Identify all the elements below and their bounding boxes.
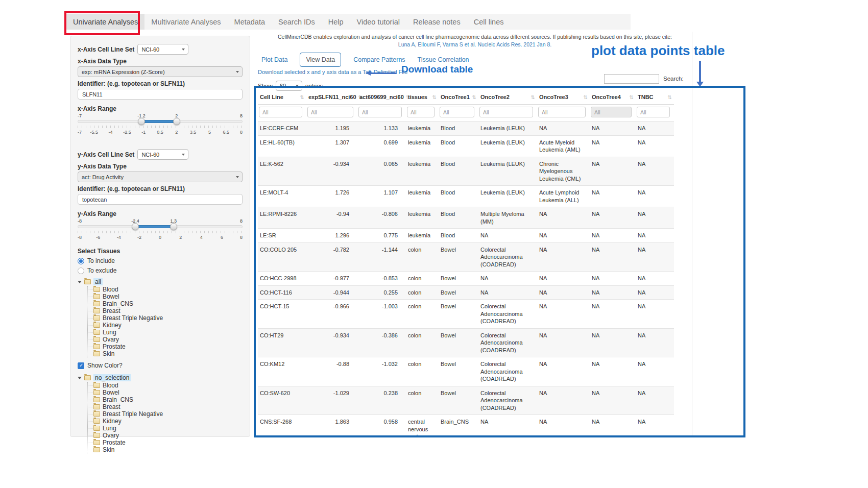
folder-icon (93, 294, 100, 299)
folder-icon (93, 440, 100, 445)
filter-input-cell-line[interactable] (259, 107, 302, 117)
tree-root-all[interactable]: all (93, 278, 103, 285)
filter-input-oncotree1[interactable] (440, 107, 474, 117)
tree-item-lung[interactable]: Lung (93, 425, 243, 432)
tree-item-prostate[interactable]: Prostate (93, 343, 243, 350)
tree-item-skin[interactable]: Skin (93, 446, 243, 453)
nav-item-cell-lines[interactable]: Cell lines (467, 14, 511, 30)
tree-item-bowel[interactable]: Bowel (93, 293, 243, 300)
slider-handle-from[interactable] (132, 223, 139, 230)
sort-icon[interactable]: ⇅ (668, 94, 672, 100)
download-table-annotation: Download table (401, 64, 473, 75)
sort-icon[interactable]: ⇅ (531, 94, 535, 100)
column-header-oncotree2[interactable]: OncoTree2⇅ (478, 90, 537, 105)
tab-tissue-correlation[interactable]: Tissue Correlation (418, 56, 469, 63)
tissue-exclude-radio[interactable]: To exclude (78, 267, 243, 274)
radio-icon[interactable] (78, 258, 84, 264)
entries-select[interactable]: 60 (276, 81, 302, 91)
nav-item-video-tutorial[interactable]: Video tutorial (350, 14, 406, 30)
column-header-act609699-nci60[interactable]: act609699_nci60⇅ (357, 90, 406, 105)
column-header-label: OncoTree1 (441, 94, 470, 100)
tree-item-bowel[interactable]: Bowel (93, 389, 243, 396)
tree-item-label: Breast (103, 403, 120, 410)
filter-input-tnbc[interactable] (637, 107, 670, 117)
x-axis-cell-line-set-select[interactable]: NCI-60 (137, 44, 188, 55)
show-color-checkbox-row[interactable]: Show Color? (78, 362, 243, 369)
caret-down-icon[interactable] (78, 281, 82, 283)
filter-input-oncotree4[interactable] (591, 107, 632, 117)
checkbox-icon[interactable] (78, 362, 84, 369)
tree-item-breast[interactable]: Breast (93, 403, 243, 410)
tree-item-lung[interactable]: Lung (93, 329, 243, 336)
tree-item-ovary[interactable]: Ovary (93, 432, 243, 439)
y-axis-data-type-select[interactable]: act: Drug Activity (78, 172, 243, 182)
slider-tick-label: 4 (200, 235, 203, 240)
tree-item-prostate[interactable]: Prostate (93, 439, 243, 446)
column-header-tnbc[interactable]: TNBC⇅ (636, 90, 674, 105)
cell-oncotree2: Colorectal Adenocarcinoma (COADREAD) (478, 242, 537, 272)
x-axis-identifier-input[interactable] (78, 89, 243, 100)
sort-icon[interactable]: ⇅ (584, 94, 588, 100)
column-header-expslfn11-nci60[interactable]: expSLFN11_nci60⇅ (306, 90, 357, 105)
slider-handle-from[interactable] (138, 118, 145, 125)
column-header-oncotree3[interactable]: OncoTree3⇅ (537, 90, 590, 105)
column-header-oncotree4[interactable]: OncoTree4⇅ (590, 90, 636, 105)
sort-icon[interactable]: ⇅ (630, 94, 634, 100)
cell-tissues: leukemia (406, 157, 439, 186)
x-axis-data-type-select[interactable]: exp: mRNA Expression (Z-Score) (78, 66, 243, 77)
nav-item-metadata[interactable]: Metadata (228, 14, 272, 30)
tissue-include-radio[interactable]: To include (78, 257, 243, 264)
nav-item-multivariate-analyses[interactable]: Multivariate Analyses (144, 14, 227, 30)
tree-item-kidney[interactable]: Kidney (93, 322, 243, 329)
search-input[interactable] (604, 74, 659, 84)
y-axis-identifier-input[interactable] (78, 194, 243, 205)
nav-item-release-notes[interactable]: Release notes (406, 14, 467, 30)
column-header-label: OncoTree2 (480, 94, 510, 100)
tree-item-kidney[interactable]: Kidney (93, 418, 243, 425)
filter-input-oncotree2[interactable] (479, 107, 533, 117)
slider-tick-label: -2.5 (123, 130, 131, 135)
cell-tnbc: NA (636, 121, 674, 136)
cell-cell-line: CO:HT29 (258, 328, 306, 357)
column-header-cell-line[interactable]: Cell Line⇅ (258, 90, 306, 105)
filter-input-oncotree3[interactable] (538, 107, 586, 117)
folder-icon (93, 411, 100, 417)
tab-compare-patterns[interactable]: Compare Patterns (353, 56, 405, 63)
nav-item-univariate-analyses[interactable]: Univariate Analyses (66, 14, 144, 30)
tab-plot-data[interactable]: Plot Data (261, 56, 287, 63)
caret-down-icon[interactable] (78, 377, 82, 379)
cell-oncotree2: NA (478, 285, 537, 300)
cell-oncotree3: NA (537, 121, 590, 136)
filter-input-expslfn11-nci60[interactable] (307, 107, 353, 117)
cell-oncotree4: NA (590, 285, 636, 300)
tab-view-data[interactable]: View Data (300, 53, 341, 67)
tree-item-breast[interactable]: Breast (93, 307, 243, 314)
cell-tnbc: NA (636, 357, 674, 386)
tissue-exclude-label: To exclude (87, 267, 116, 274)
tree-item-blood[interactable]: Blood (93, 382, 243, 389)
tree-item-skin[interactable]: Skin (93, 350, 243, 357)
filter-input-tissues[interactable] (407, 107, 435, 117)
tree-item-brain-cns[interactable]: Brain_CNS (93, 396, 243, 403)
down-arrow-icon (696, 61, 704, 87)
sort-icon[interactable]: ⇅ (300, 94, 304, 100)
sort-icon[interactable]: ⇅ (472, 94, 476, 100)
sort-icon[interactable]: ⇅ (432, 94, 437, 100)
cell-oncotree3: Chronic Myelogenous Leukemia (CML) (537, 157, 590, 186)
column-header-oncotree1[interactable]: OncoTree1⇅ (439, 90, 478, 105)
tree-item-breast-triple-negative[interactable]: Breast Triple Negative (93, 314, 243, 322)
tree-item-brain-cns[interactable]: Brain_CNS (93, 300, 243, 307)
y-axis-cell-line-set-select[interactable]: NCI-60 (137, 149, 188, 160)
tree-item-ovary[interactable]: Ovary (93, 336, 243, 343)
column-header-tissues[interactable]: tissues⇅ (406, 90, 439, 105)
slider-handle-to[interactable] (170, 223, 177, 230)
nav-item-search-ids[interactable]: Search IDs (272, 14, 322, 30)
cell-oncotree2: NA (478, 272, 537, 286)
nav-item-help[interactable]: Help (322, 14, 350, 30)
slider-handle-to[interactable] (173, 118, 180, 125)
radio-icon[interactable] (78, 267, 84, 274)
tree-item-breast-triple-negative[interactable]: Breast Triple Negative (93, 410, 243, 418)
tree-root-no-selection[interactable]: no_selection (93, 374, 131, 381)
tree-item-blood[interactable]: Blood (93, 286, 243, 293)
filter-input-act609699-nci60[interactable] (358, 107, 402, 117)
